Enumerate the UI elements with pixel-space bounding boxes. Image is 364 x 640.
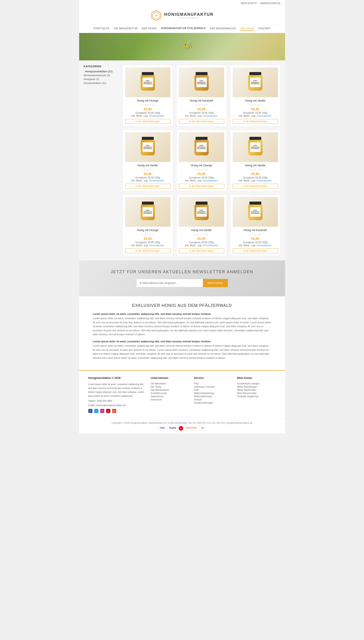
logo-sub: PFÄLZERWALD: [164, 17, 214, 19]
nav-startseite[interactable]: STARTSEITE: [93, 26, 110, 31]
footer-link-glossar[interactable]: Glossar: [194, 398, 233, 401]
main-content: KATEGORIEN ›Honigspezialitäten (11) Bien…: [79, 60, 285, 260]
nav-kontakt[interactable]: KONTAKT: [258, 26, 271, 31]
add-to-cart-button-8[interactable]: In den Warenkorb legen: [233, 248, 278, 253]
product-image-0[interactable]: HONIGMANUFAKTURPFÄLZERWALD: [125, 68, 170, 97]
footer-link-bienenwachs[interactable]: Das Bienenwachs: [151, 389, 190, 391]
sidebar-item-bienenwachskerzen[interactable]: Bienenwachskerzen (3): [84, 74, 118, 77]
product-price-2: €6,95: [233, 107, 278, 111]
product-base-price-3: Grundpreis: €5,95 /100g: [125, 176, 170, 179]
add-to-cart-button-7[interactable]: In den Warenkorb legen: [179, 248, 224, 253]
footer-link-kontaktformular[interactable]: Kontaktformular: [151, 392, 190, 394]
newsletter-submit-button[interactable]: ABSENDEN: [203, 279, 228, 287]
product-name-2: Honig mit Vanille: [233, 99, 278, 102]
product-image-1[interactable]: HONIGMANUFAKTURPFÄLZERWALD: [179, 68, 224, 97]
info-block-2: Lorem ipsum dolor sit amet, consetetur s…: [93, 340, 271, 360]
facebook-icon[interactable]: f: [88, 409, 92, 413]
footer-link-faq[interactable]: FAQ: [194, 382, 233, 385]
logo-icon: HM: [150, 10, 162, 21]
product-price-5: €5,95: [233, 172, 278, 176]
products-area: HONIGMANUFAKTURPFÄLZERWALD Honig mit Ora…: [123, 65, 280, 256]
nav-shop[interactable]: DER SHOP: [240, 26, 254, 31]
logo-name: HONIGMANUFAKTUR: [164, 12, 214, 17]
cart-link[interactable]: WARENKORB (0): [260, 2, 280, 4]
versandkosten-link-0[interactable]: Versandkosten: [149, 115, 164, 117]
product-name-4: Honig mit Orange: [179, 164, 224, 167]
twitter-icon[interactable]: t: [94, 409, 98, 413]
instagram-icon[interactable]: ◻: [100, 409, 104, 413]
product-image-4[interactable]: HONIGMANUFAKTURPFÄLZERWALD: [179, 132, 224, 162]
add-to-cart-button-6[interactable]: In den Warenkorb legen: [125, 248, 170, 253]
product-image-8[interactable]: HONIGMANUFAKTURPFÄLZERWALD: [233, 197, 278, 227]
footer-unternehmen-title: Unternehmen: [151, 376, 190, 380]
nav-honig[interactable]: DER HONIG: [142, 26, 157, 31]
versandkosten-link-1[interactable]: Versandkosten: [203, 115, 218, 117]
footer-link-widerrufsbelehrung[interactable]: Widerrufsbelehrung: [194, 392, 233, 394]
versandkosten-link-7[interactable]: Versandkosten: [203, 244, 218, 247]
discover-icon: DISCOVER: [184, 426, 198, 431]
product-stars-5: ★★★★★: [233, 168, 278, 171]
add-to-cart-button-0[interactable]: In den Warenkorb legen: [125, 119, 170, 124]
footer-link-nachrichten[interactable]: Meine Nachrichten: [237, 389, 276, 391]
footer-konto-title: Mein Konto: [237, 376, 276, 380]
my-account-link[interactable]: MEIN KONTO: [241, 2, 257, 4]
footer-link-kundenkonto[interactable]: Kundenkonto anlegen: [237, 382, 276, 385]
footer-link-impressum[interactable]: Impressum: [151, 398, 190, 401]
sidebar-item-honigspezialitaeten[interactable]: ›Honigspezialitäten (11): [84, 70, 118, 73]
product-image-6[interactable]: HONIGMANUFAKTURPFÄLZERWALD: [125, 197, 170, 227]
product-price-1: €5,95: [179, 107, 224, 111]
versandkosten-link-8[interactable]: Versandkosten: [256, 244, 272, 247]
product-base-price-5: Grundpreis: €5,95 /100g: [233, 176, 278, 179]
add-to-cart-button-2[interactable]: In den Warenkorb legen: [233, 119, 278, 124]
versandkosten-link-5[interactable]: Versandkosten: [256, 180, 272, 182]
add-to-cart-button-5[interactable]: In den Warenkorb legen: [233, 184, 278, 188]
footer-link-widerrufsformular[interactable]: Widerrufsformular: [194, 395, 233, 398]
product-image-3[interactable]: HONIGMANUFAKTURPFÄLZERWALD: [125, 132, 170, 162]
footer-link-vergleichen[interactable]: Produkte vergleichen: [237, 395, 276, 398]
versandkosten-link-4[interactable]: Versandkosten: [203, 180, 218, 182]
nav-honigmanufaktur[interactable]: HONIGMANUFAKTUR PFÄLZERWALD: [161, 26, 206, 31]
versandkosten-link-2[interactable]: Versandkosten: [256, 115, 272, 117]
footer-link-agb[interactable]: AGB: [194, 389, 233, 391]
product-card-2: HONIGMANUFAKTURPFÄLZERWALD Honig mit Van…: [230, 65, 280, 126]
product-image-2[interactable]: HONIGMANUFAKTURPFÄLZERWALD: [233, 68, 278, 97]
product-name-3: Honig mit Vanille: [125, 164, 170, 167]
add-to-cart-button-3[interactable]: In den Warenkorb legen: [125, 184, 170, 188]
add-to-cart-button-1[interactable]: In den Warenkorb legen: [179, 119, 224, 124]
footer-link-datenschutz[interactable]: Datenschutz: [151, 395, 190, 398]
amex-icon: AE: [200, 426, 206, 431]
info-block-1: Lorem ipsum dolor sit amet, consetetur s…: [93, 312, 271, 336]
sidebar-item-geschenkideen[interactable]: Geschenkideen (12): [84, 82, 118, 84]
copyright-text: Copyright © 2018 Honigmanufaktur | Muste…: [88, 422, 276, 424]
footer-link-honig[interactable]: Der Honig: [151, 386, 190, 388]
footer-link-kundenmeinungen[interactable]: Kundenmeinungen: [194, 402, 233, 404]
footer-link-lieferung[interactable]: Lieferung & Versand: [194, 386, 233, 388]
product-card-1: HONIGMANUFAKTURPFÄLZERWALD Honig mit Kar…: [176, 65, 227, 126]
footer-link-wunschzettel[interactable]: Mein Wunschzettel: [237, 392, 276, 394]
product-card-8: HONIGMANUFAKTURPFÄLZERWALD Honig mit Kar…: [230, 194, 280, 256]
sidebar-item-honigwein[interactable]: Honigwein (5): [84, 78, 118, 80]
product-image-5[interactable]: HONIGMANUFAKTURPFÄLZERWALD: [233, 132, 278, 162]
footer-brand-col: Honigmanufaktur © 2018 Lorem ipsum dolor…: [88, 376, 146, 413]
footer-bottom: Copyright © 2018 Honigmanufaktur | Muste…: [79, 419, 285, 434]
newsletter-section: JETZT FÜR UNSEREN AKTUELLEN NEWSLETTER A…: [79, 260, 285, 296]
product-stars-4: ★★★★★: [179, 168, 224, 171]
info-title: EXKLUSIVER HONIG AUS DEM PFÄLZERWALD: [93, 303, 271, 308]
svg-text:HM: HM: [155, 15, 158, 17]
hero-banner: [79, 33, 285, 60]
googleplus-icon[interactable]: g+: [112, 409, 116, 413]
newsletter-email-input[interactable]: [136, 279, 203, 287]
versandkosten-link-6[interactable]: Versandkosten: [149, 244, 164, 247]
product-base-price-6: Grundpreis: €5,95 /100g: [125, 241, 170, 244]
product-price-7: €5,95: [179, 237, 224, 240]
product-stars-2: ★★★★★: [233, 104, 278, 106]
nav-bienenwachs[interactable]: DAS BIENENWACHS: [210, 26, 236, 31]
add-to-cart-button-4[interactable]: In den Warenkorb legen: [179, 184, 224, 188]
header: HM HONIGMANUFAKTUR PFÄLZERWALD STARTSEIT…: [79, 6, 285, 33]
versandkosten-link-3[interactable]: Versandkosten: [149, 180, 164, 182]
pinterest-icon[interactable]: p: [106, 409, 110, 413]
footer-link-manufaktur[interactable]: Die Manufaktur: [151, 382, 190, 385]
nav-manufaktur[interactable]: DIE MANUFAKTUR: [114, 26, 138, 31]
product-image-7[interactable]: HONIGMANUFAKTURPFÄLZERWALD: [179, 197, 224, 227]
footer-link-bestellungen[interactable]: Meine Bestellungen: [237, 386, 276, 388]
